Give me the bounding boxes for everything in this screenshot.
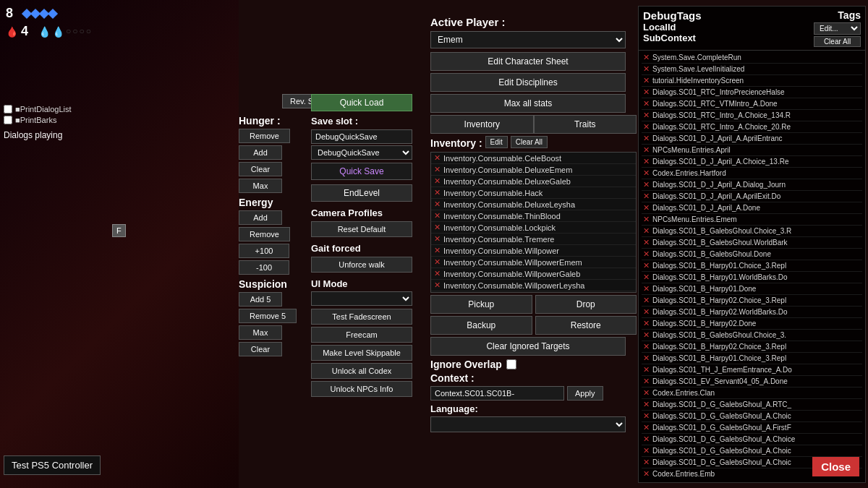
save-slot-input[interactable] (311, 129, 412, 144)
remove-tag-icon[interactable]: ✕ (643, 446, 650, 455)
debug-tag-item[interactable]: ✕System.Save.LevelInitialized (642, 64, 862, 75)
remove-tag-icon[interactable]: ✕ (643, 307, 650, 317)
hunger-remove-button[interactable]: Remove (239, 129, 290, 143)
print-barks-checkbox[interactable] (4, 116, 12, 124)
debug-tag-item[interactable]: ✕System.Save.CompleteRun (642, 52, 862, 64)
debug-tag-item[interactable]: ✕Dialogs.SC01_B_Harpy02.Done (642, 318, 862, 330)
debug-tag-item[interactable]: ✕Dialogs.SC01_B_Harpy02.Choice_3.Repl (642, 295, 862, 307)
clear-all-tags-button[interactable]: Clear All (814, 36, 861, 47)
debug-tag-item[interactable]: ✕Dialogs.SC01_RTC_Intro_A.Choice_134.R (642, 110, 862, 121)
tab-traits-button[interactable]: Traits (534, 115, 637, 134)
debug-tag-item[interactable]: ✕Dialogs.SC01_D_J_April_A.Dialog_Journ (642, 179, 862, 191)
debug-tag-item[interactable]: ✕Codex.Entries.Clan (642, 388, 862, 399)
debug-tag-item[interactable]: ✕Dialogs.SC01_D_G_GalebsGhoul_A.FirstF (642, 422, 862, 434)
remove-tag-icon[interactable]: ✕ (643, 87, 650, 97)
inventory-edit-button[interactable]: Edit (485, 136, 508, 148)
remove-tag-icon[interactable]: ✕ (643, 342, 650, 351)
remove-tag-icon[interactable]: ✕ (643, 469, 650, 477)
list-item[interactable]: ✕Inventory.Consumable.WillpowerLeysha (431, 280, 636, 291)
remove-tag-icon[interactable]: ✕ (643, 365, 650, 374)
remove-item-icon[interactable]: ✕ (434, 153, 441, 163)
list-item[interactable]: ✕Inventory.Consumable.DeluxeLeysha (431, 199, 636, 210)
remove-tag-icon[interactable]: ✕ (643, 215, 650, 224)
edit-char-sheet-button[interactable]: Edit Character Sheet (430, 52, 626, 71)
debug-tag-item[interactable]: ✕Dialogs.SC01_B_Harpy01.Done (642, 283, 862, 295)
quick-load-button[interactable]: Quick Load (311, 94, 412, 111)
remove-item-icon[interactable]: ✕ (434, 223, 441, 232)
remove-tag-icon[interactable]: ✕ (643, 157, 650, 166)
remove-tag-icon[interactable]: ✕ (643, 180, 650, 189)
reset-default-button[interactable]: Reset Default (311, 221, 412, 237)
clear-ignored-targets-button[interactable]: Clear Ignored Targets (430, 337, 626, 356)
inventory-list[interactable]: ✕Inventory.Consumable.CeleBoost✕Inventor… (430, 152, 637, 293)
drop-button[interactable]: Drop (535, 295, 637, 314)
debug-tag-item[interactable]: ✕Dialogs.SC01_D_J_April_A.AprilEntranc (642, 133, 862, 145)
debug-tag-item[interactable]: ✕Dialogs.SC01_B_GalebsGhoul.WorldBark (642, 237, 862, 249)
debug-tag-item[interactable]: ✕Dialogs.SC01_D_G_GalebsGhoul_A.Choic (642, 411, 862, 422)
remove-tag-icon[interactable]: ✕ (643, 168, 650, 178)
list-item[interactable]: ✕Inventory.Consumable.ThinBlood (431, 210, 636, 222)
remove-tag-icon[interactable]: ✕ (643, 76, 650, 85)
ignore-overlap-checkbox[interactable] (506, 359, 516, 369)
list-item[interactable]: ✕Inventory.Consumable.CeleBoost (431, 153, 636, 164)
debug-tag-item[interactable]: ✕Dialogs.SC01_D_G_GalebsGhoul_A.Choic (642, 445, 862, 457)
debug-tag-item[interactable]: ✕Dialogs.SC01_RTC_IntroPrecienceHalse (642, 87, 862, 98)
remove-item-icon[interactable]: ✕ (434, 292, 441, 293)
debug-tag-item[interactable]: ✕NPCsMenu.Entries.April (642, 145, 862, 156)
debug-tag-item[interactable]: ✕Dialogs.SC01_B_GalebsGhoul.Choice_3. (642, 330, 862, 341)
end-level-button[interactable]: EndLevel (311, 184, 412, 202)
remove-tag-icon[interactable]: ✕ (643, 354, 650, 363)
remove-item-icon[interactable]: ✕ (434, 246, 441, 255)
quick-save-button[interactable]: Quick Save (311, 163, 412, 180)
remove-item-icon[interactable]: ✕ (434, 269, 441, 278)
list-item[interactable]: ✕Inventory.Consumable.DeluxeGaleb (431, 176, 636, 187)
remove-item-icon[interactable]: ✕ (434, 211, 441, 221)
remove-tag-icon[interactable]: ✕ (643, 435, 650, 444)
remove-tag-icon[interactable]: ✕ (643, 261, 650, 270)
remove-tag-icon[interactable]: ✕ (643, 238, 650, 247)
apply-button[interactable]: Apply (567, 386, 603, 401)
remove-tag-icon[interactable]: ✕ (643, 249, 650, 259)
debug-tag-item[interactable]: ✕Codex.Entries.Hartford (642, 168, 862, 179)
list-item[interactable]: ✕Inventory.Consumable.Willpower (431, 245, 636, 257)
debug-tag-item[interactable]: ✕Dialogs.SC01_D_G_GalebsGhoul_A.Choice (642, 434, 862, 445)
close-button[interactable]: Close (812, 457, 859, 476)
remove-tag-icon[interactable]: ✕ (643, 145, 650, 155)
debug-tag-item[interactable]: ✕NPCsMenu.Entries.Emem (642, 214, 862, 226)
remove-item-icon[interactable]: ✕ (434, 257, 441, 267)
remove-tag-icon[interactable]: ✕ (643, 388, 650, 398)
edit-tags-select[interactable]: Edit... (814, 22, 861, 35)
remove-tag-icon[interactable]: ✕ (643, 330, 650, 340)
list-item[interactable]: ✕Inventory.Consumable.Lockpick (431, 222, 636, 234)
remove-tag-icon[interactable]: ✕ (643, 400, 650, 409)
debug-tag-item[interactable]: ✕Dialogs.SC01_B_Harpy01.Choice_3.Repl (642, 260, 862, 272)
list-item[interactable]: ✕Inventory.Gear.DeluxeEmem (431, 291, 636, 293)
debug-tag-item[interactable]: ✕Dialogs.SC01_B_Harpy02.Choice_3.Repl (642, 341, 862, 353)
pickup-button[interactable]: Pickup (430, 295, 532, 314)
debug-tag-item[interactable]: ✕tutorial.HideInventoryScreen (642, 75, 862, 87)
list-item[interactable]: ✕Inventory.Consumable.Tremere (431, 234, 636, 245)
remove-tag-icon[interactable]: ✕ (643, 423, 650, 432)
remove-tag-icon[interactable]: ✕ (643, 226, 650, 236)
suspicion-remove5-button[interactable]: Remove 5 (239, 309, 297, 323)
remove-tag-icon[interactable]: ✕ (643, 411, 650, 421)
hunger-clear-button[interactable]: Clear (239, 162, 282, 176)
remove-item-icon[interactable]: ✕ (434, 165, 441, 174)
print-dialog-list-checkbox[interactable] (4, 105, 12, 114)
energy-minus100-button[interactable]: -100 (239, 260, 289, 275)
hunger-add-button[interactable]: Add (239, 145, 282, 160)
remove-item-icon[interactable]: ✕ (434, 176, 441, 186)
edit-disciplines-button[interactable]: Edit Disciplines (430, 73, 626, 92)
energy-remove-button[interactable]: Remove (239, 227, 290, 241)
print-barks-item[interactable]: ■PrintBarks (4, 116, 72, 124)
freecam-button[interactable]: Freecam (311, 327, 412, 343)
remove-tag-icon[interactable]: ✕ (643, 111, 650, 120)
list-item[interactable]: ✕Inventory.Consumable.WillpowerEmem (431, 257, 636, 268)
remove-tag-icon[interactable]: ✕ (643, 122, 650, 132)
suspicion-clear-button[interactable]: Clear (239, 342, 282, 356)
hunger-max-button[interactable]: Max (239, 179, 282, 193)
suspicion-max-button[interactable]: Max (239, 325, 282, 340)
test-fadescreen-button[interactable]: Test Fadescreen (311, 309, 412, 325)
debug-tag-item[interactable]: ✕Dialogs.SC01_B_Harpy02.WorldBarks.Do (642, 307, 862, 318)
backup-button[interactable]: Backup (430, 316, 532, 335)
